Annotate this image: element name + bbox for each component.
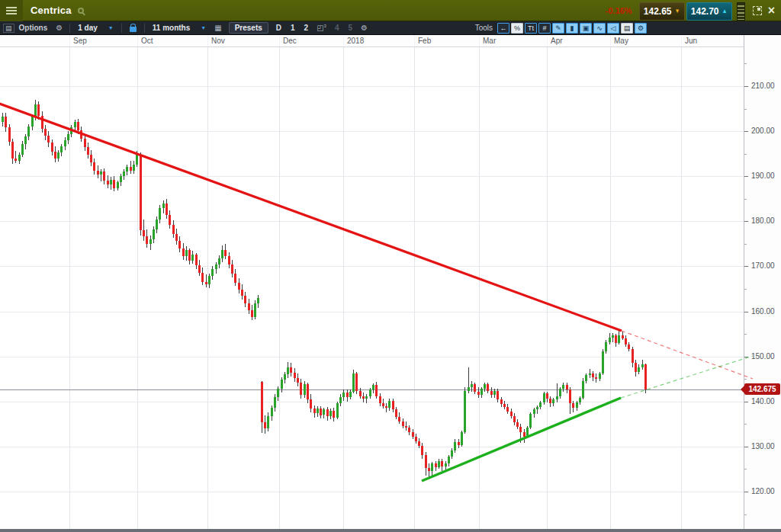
candle-body (641, 364, 644, 367)
search-icon[interactable] (78, 8, 84, 14)
candle-body (201, 273, 204, 282)
popout-window-icon[interactable] (753, 6, 762, 15)
candle-body (304, 384, 306, 395)
candle-body (221, 250, 223, 258)
candle-body (172, 225, 175, 234)
gridline-vertical (279, 35, 280, 529)
percent-scale-icon[interactable]: % (511, 23, 523, 34)
candle-body (93, 162, 95, 171)
candle-body (349, 392, 352, 397)
presets-button[interactable]: Presets (229, 22, 268, 34)
candle-body (67, 134, 69, 140)
candle-body (300, 383, 302, 396)
candle-body (464, 391, 466, 432)
candle-body (487, 384, 489, 390)
timeframe-button-1[interactable]: 1 (286, 24, 300, 32)
candle-body (41, 116, 43, 129)
candle-body (257, 298, 259, 303)
candle-body (234, 274, 236, 283)
toolbar-divider (69, 24, 70, 33)
text-annotation-icon[interactable]: Tt (525, 23, 537, 34)
candle-wick (206, 274, 207, 287)
candle-body (277, 389, 279, 397)
gridline-vertical (414, 35, 415, 529)
cursor-pointer-icon[interactable]: ◁ (607, 23, 619, 34)
close-icon[interactable]: × (768, 5, 775, 17)
instrument-title: Centrica (31, 5, 72, 16)
print-icon[interactable]: ▤ (621, 23, 633, 34)
price-tick-label: 200.00 (751, 127, 775, 135)
candle-body (395, 409, 397, 416)
overlay-windows-icon[interactable]: ▣ (580, 23, 592, 34)
candle-body (251, 310, 253, 316)
timeframe-buttons: D12◰345⚙ (272, 24, 371, 32)
timeframe-button-4[interactable]: 4 (330, 24, 344, 32)
candle-body (566, 385, 568, 389)
price-minor-tick (744, 244, 747, 245)
time-axis[interactable] (0, 35, 781, 47)
order-ladder-icon[interactable] (737, 2, 745, 21)
price-tick (744, 492, 748, 492)
gear-icon[interactable]: ⚙ (52, 24, 66, 32)
candle-body (523, 432, 525, 437)
candle-body (625, 338, 627, 345)
candle-body (175, 234, 178, 241)
candle-body (605, 342, 607, 351)
price-change-percent: -0.16% (606, 6, 632, 15)
candle-body (412, 432, 414, 437)
candle-body (218, 258, 220, 264)
undo-icon[interactable]: ← (497, 23, 509, 34)
chart-list-icon[interactable]: ▤ (3, 24, 14, 33)
chart-settings-icon[interactable]: ⚙ (635, 23, 647, 34)
calendar-icon[interactable]: ▦ (211, 24, 225, 32)
candle-body (435, 463, 437, 467)
lock-icon[interactable] (130, 27, 137, 32)
draw-pencil-icon[interactable]: ✎ (552, 23, 564, 34)
sell-price-button[interactable]: 142.65 ▼ (639, 2, 685, 21)
candle-body (241, 290, 243, 296)
price-chart[interactable]: 210.00200.00190.00180.00170.00160.00150.… (0, 0, 781, 532)
chevron-down-icon: ▼ (108, 25, 114, 30)
hamburger-menu-icon[interactable] (0, 0, 23, 21)
candle-body (355, 373, 358, 390)
timeframe-button-2[interactable]: 2 (300, 24, 313, 32)
gridline-horizontal (0, 266, 744, 267)
candle-body (556, 396, 558, 400)
period-dropdown[interactable]: 1 day ▼ (73, 24, 118, 32)
candle-body (47, 136, 50, 143)
gridline-vertical (547, 35, 548, 529)
indicators-icon[interactable]: ∿ (593, 23, 606, 34)
price-minor-tick (744, 199, 747, 200)
toolbar-divider (121, 24, 122, 33)
candlestick-type-icon[interactable]: ▮ (566, 23, 578, 34)
price-tick (744, 402, 748, 402)
price-tick (744, 176, 748, 177)
price-minor-tick (744, 63, 747, 64)
candle-body (632, 349, 634, 363)
candle-body (438, 461, 440, 467)
range-dropdown[interactable]: 11 months ▼ (148, 24, 211, 32)
candle-body (428, 468, 430, 471)
timeframe-button-5[interactable]: 5 (344, 24, 358, 32)
month-label: 2018 (347, 37, 364, 45)
candle-body (205, 282, 207, 285)
candle-body (471, 384, 473, 387)
gear-icon[interactable]: ⚙ (357, 24, 371, 32)
options-button[interactable]: Options (14, 24, 53, 32)
candle-body (14, 159, 17, 162)
candle-body (385, 406, 387, 408)
candle-body (120, 176, 122, 182)
month-label: Dec (283, 37, 297, 45)
candle-body (162, 204, 165, 208)
candle-wick (612, 333, 613, 342)
buy-price-button[interactable]: 142.70 ▲ (686, 2, 732, 21)
candle-body (126, 167, 128, 171)
candle-body (166, 204, 168, 215)
gridlines-icon[interactable]: # (538, 23, 551, 34)
timeframe-button-d[interactable]: D (272, 24, 286, 32)
price-axis[interactable]: 210.00200.00190.00180.00170.00160.00150.… (744, 35, 781, 529)
gridline-horizontal (0, 86, 744, 87)
candle-body (211, 269, 214, 276)
chart-layout-3-icon[interactable]: ◰3 (313, 24, 330, 32)
candle-body (572, 403, 574, 408)
